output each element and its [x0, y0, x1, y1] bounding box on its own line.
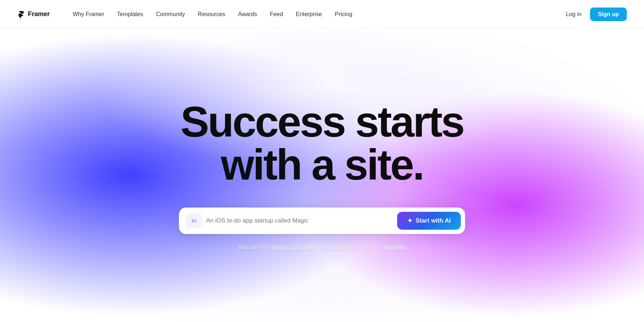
nav-logo[interactable]: Framer — [17, 10, 50, 18]
navbar: Framer Why Framer Templates Community Re… — [0, 0, 644, 29]
hero-subtext: You can also design your site from scrat… — [238, 244, 406, 250]
ai-search-bar: AI ✦ Start with AI — [179, 208, 465, 234]
nav-link-feed[interactable]: Feed — [264, 8, 288, 20]
design-from-scratch-link[interactable]: design your site from scratch — [272, 244, 346, 250]
ai-icon-label: AI — [191, 218, 196, 224]
signup-button[interactable]: Sign up — [590, 8, 627, 21]
nav-link-resources[interactable]: Resources — [192, 8, 231, 20]
nav-link-why-framer[interactable]: Why Framer — [67, 8, 110, 20]
nav-link-pricing[interactable]: Pricing — [329, 8, 358, 20]
ai-icon-wrapper: AI — [186, 213, 202, 229]
login-button[interactable]: Log in — [560, 8, 587, 20]
nav-link-enterprise[interactable]: Enterprise — [290, 8, 328, 20]
sub-text-mid: or start from a — [345, 244, 384, 250]
hero-section: Success starts with a site. AI ✦ Start w… — [0, 29, 644, 322]
start-ai-button[interactable]: ✦ Start with AI — [397, 212, 461, 230]
nav-links: Why Framer Templates Community Resources… — [67, 8, 560, 20]
sub-text-prefix: You can also — [238, 244, 272, 250]
nav-link-templates[interactable]: Templates — [111, 8, 149, 20]
hero-content: Success starts with a site. AI ✦ Start w… — [165, 100, 479, 250]
nav-right: Log in Sign up — [560, 8, 627, 21]
sparkle-icon: ✦ — [407, 217, 413, 225]
template-link[interactable]: template — [384, 244, 406, 250]
start-ai-label: Start with AI — [415, 217, 451, 224]
ai-prompt-input[interactable] — [206, 217, 393, 224]
hero-headline: Success starts with a site. — [180, 100, 463, 186]
nav-link-community[interactable]: Community — [150, 8, 191, 20]
headline-line2: with a site. — [221, 141, 423, 189]
headline-line1: Success starts — [180, 98, 463, 146]
brand-name: Framer — [28, 10, 50, 18]
nav-link-awards[interactable]: Awards — [232, 8, 263, 20]
framer-logo-icon — [17, 10, 25, 18]
